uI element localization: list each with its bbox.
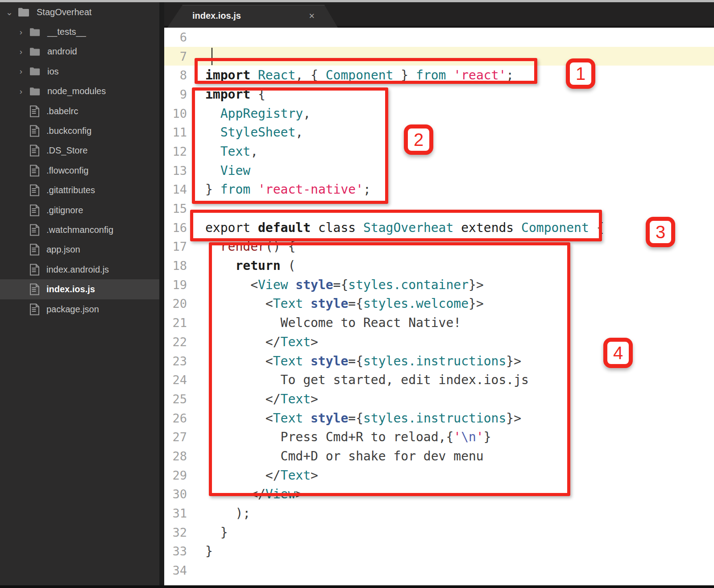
line-number: 22 <box>164 335 187 349</box>
token-pl: { <box>589 220 604 235</box>
code-text: To get started, edit index.ios.js <box>187 373 529 387</box>
line-number: 24 <box>164 373 187 387</box>
code-line-19[interactable]: 19 <View style={styles.container}> <box>164 275 714 294</box>
code-text: import { <box>187 87 266 102</box>
tree-item-stagoverheat[interactable]: ⌄StagOverheat <box>0 2 159 22</box>
code-line-15[interactable]: 15 <box>164 199 714 218</box>
tree-item-label: .gitignore <box>46 205 83 215</box>
tree-item--watchmanconfig[interactable]: .watchmanconfig <box>0 220 159 240</box>
close-icon[interactable]: × <box>309 10 315 22</box>
token-pl: { <box>250 87 266 102</box>
line-number: 31 <box>164 506 187 520</box>
tree-item-package-json[interactable]: package.json <box>0 299 159 319</box>
tree-item-node-modules[interactable]: ›node_modules <box>0 82 159 101</box>
code-line-29[interactable]: 29 </Text> <box>164 466 714 485</box>
code-line-9[interactable]: 9import { <box>164 85 714 104</box>
chevron-down-icon[interactable]: ⌄ <box>4 7 15 17</box>
chevron-right-icon[interactable]: › <box>15 27 27 37</box>
token-pl <box>205 258 235 273</box>
code-line-28[interactable]: 28 Cmd+D or shake for dev menu <box>164 447 714 466</box>
code-editor[interactable]: 678import React, { Component } from 'rea… <box>164 28 714 585</box>
token-kw: import <box>205 68 250 83</box>
token-pl: ; <box>363 182 371 197</box>
token-pl: </ <box>205 468 281 483</box>
line-number: 7 <box>164 50 187 63</box>
line-number: 11 <box>164 125 187 139</box>
code-line-20[interactable]: 20 <Text style={styles.welcome}> <box>164 294 714 314</box>
code-line-14[interactable]: 14} from 'react-native'; <box>164 180 714 199</box>
code-line-23[interactable]: 23 <Text style={styles.instructions}> <box>164 352 714 371</box>
file-icon <box>29 184 40 196</box>
code-text: export default class StagOverheat extend… <box>187 220 604 235</box>
code-line-33[interactable]: 33} <box>164 542 714 561</box>
folder-icon <box>29 47 41 57</box>
token-pl: > <box>311 335 318 349</box>
code-line-16[interactable]: 16export default class StagOverheat exte… <box>164 218 714 237</box>
tree-item-index-ios-js[interactable]: index.ios.js <box>0 279 159 299</box>
tree-item-index-android-js[interactable]: index.android.js <box>0 260 159 279</box>
token-pl: < <box>205 354 273 369</box>
file-icon <box>29 244 40 256</box>
code-line-7[interactable]: 7 <box>164 47 714 66</box>
code-line-22[interactable]: 22 </Text> <box>164 332 714 352</box>
code-line-34[interactable]: 34 <box>164 561 714 580</box>
tree-item-label: ios <box>47 66 59 77</box>
token-id: Text <box>220 144 250 159</box>
tree-item-label: android <box>47 46 77 57</box>
code-line-17[interactable]: 17 render() { <box>164 237 714 257</box>
code-line-32[interactable]: 32 } <box>164 523 714 542</box>
code-lines: 678import React, { Component } from 'rea… <box>164 28 714 580</box>
code-text: Press Cmd+R to reload,{'\n'} <box>187 430 491 444</box>
file-icon <box>29 303 40 315</box>
chevron-right-icon[interactable]: › <box>15 47 27 57</box>
token-id: View <box>258 277 288 292</box>
code-line-31[interactable]: 31 ); <box>164 504 714 523</box>
tree-item--flowconfig[interactable]: .flowconfig <box>0 161 159 180</box>
tree-item-label: .gitattributes <box>46 185 95 195</box>
token-str: 'react-native' <box>258 182 363 197</box>
tab-index-ios-js[interactable]: index.ios.js × <box>167 5 338 28</box>
line-number: 20 <box>164 297 187 311</box>
file-icon <box>29 283 40 295</box>
token-pl <box>205 144 220 159</box>
tree-item--gitignore[interactable]: .gitignore <box>0 200 159 220</box>
chevron-right-icon[interactable]: › <box>15 87 27 96</box>
token-pl <box>303 411 311 426</box>
folder-icon <box>29 27 41 37</box>
code-line-25[interactable]: 25 </Text> <box>164 389 714 409</box>
code-line-26[interactable]: 26 <Text style={styles.instructions}> <box>164 409 714 428</box>
code-text: Welcome to React Native! <box>187 315 461 330</box>
code-line-30[interactable]: 30 </View> <box>164 485 714 504</box>
token-id: Text <box>281 335 311 349</box>
line-number: 8 <box>164 68 187 82</box>
tree-item-label: .DS_Store <box>46 145 87 156</box>
line-number: 19 <box>164 278 187 292</box>
code-line-27[interactable]: 27 Press Cmd+R to reload,{'\n'} <box>164 427 714 447</box>
tree-item--babelrc[interactable]: .babelrc <box>0 101 159 121</box>
tree-item--tests-[interactable]: ›__tests__ <box>0 22 159 41</box>
tree-item--gitattributes[interactable]: .gitattributes <box>0 181 159 200</box>
tree-item--buckconfig[interactable]: .buckconfig <box>0 121 159 141</box>
chevron-right-icon[interactable]: › <box>15 66 27 76</box>
tree-item-android[interactable]: ›android <box>0 42 159 62</box>
open-folder-icon <box>18 7 30 17</box>
code-line-12[interactable]: 12 Text, <box>164 142 714 161</box>
code-line-11[interactable]: 11 StyleSheet, <box>164 123 714 142</box>
code-line-6[interactable]: 6 <box>164 28 714 47</box>
code-text: AppRegistry, <box>187 106 311 121</box>
tree-item-ios[interactable]: ›ios <box>0 62 159 81</box>
code-editor-window: ⌄StagOverheat›__tests__›android›ios›node… <box>0 0 714 588</box>
code-line-13[interactable]: 13 View <box>164 161 714 180</box>
token-pl: </ <box>205 487 266 501</box>
code-line-10[interactable]: 10 AppRegistry, <box>164 104 714 123</box>
code-line-21[interactable]: 21 Welcome to React Native! <box>164 313 714 332</box>
tree-item-app-json[interactable]: app.json <box>0 240 159 260</box>
code-line-18[interactable]: 18 return ( <box>164 256 714 275</box>
code-line-24[interactable]: 24 To get started, edit index.ios.js <box>164 370 714 389</box>
tree-item--ds-store[interactable]: .DS_Store <box>0 141 159 161</box>
token-pl <box>205 106 220 121</box>
token-pl: }> <box>469 296 484 311</box>
line-number: 12 <box>164 145 187 158</box>
code-text: } from 'react-native'; <box>187 182 371 197</box>
code-line-8[interactable]: 8import React, { Component } from 'react… <box>164 66 714 85</box>
